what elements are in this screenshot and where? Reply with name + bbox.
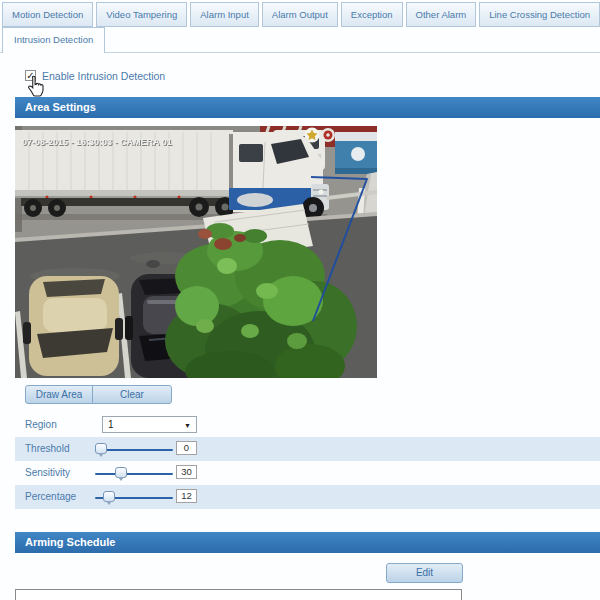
- camera-video-frame[interactable]: 07-08-2015 - 16:30:03 - CAMERA 01: [15, 126, 377, 378]
- draw-area-button[interactable]: Draw Area: [25, 385, 93, 404]
- sensitivity-slider-track: [95, 473, 173, 475]
- percentage-row: Percentage 12: [15, 485, 600, 509]
- edit-button[interactable]: Edit: [386, 563, 463, 583]
- tab-intrusion-detection[interactable]: Intrusion Detection: [2, 27, 105, 53]
- enable-intrusion-label: Enable Intrusion Detection: [42, 70, 165, 82]
- percentage-slider[interactable]: [95, 485, 173, 509]
- tab-motion-detection[interactable]: Motion Detection: [2, 2, 93, 27]
- region-select[interactable]: 1 ▼: [102, 416, 197, 433]
- area-settings-header: Area Settings: [15, 97, 600, 118]
- area-draw-button-group: Draw Area Clear: [25, 385, 172, 404]
- tab-line-crossing-detection[interactable]: Line Crossing Detection: [479, 2, 600, 27]
- sensitivity-slider-handle[interactable]: [115, 467, 127, 478]
- clear-button[interactable]: Clear: [92, 385, 172, 404]
- tab-bar: Motion Detection Video Tampering Alarm I…: [2, 2, 600, 27]
- sensitivity-label: Sensitivity: [25, 467, 70, 478]
- threshold-row: Threshold 0: [15, 437, 600, 461]
- region-label: Region: [25, 419, 57, 430]
- percentage-slider-handle[interactable]: [103, 491, 115, 502]
- tab-alarm-output[interactable]: Alarm Output: [262, 2, 338, 27]
- sensitivity-value-input[interactable]: 30: [176, 465, 197, 479]
- sensitivity-row: Sensitivity 30: [15, 461, 600, 485]
- tab-alarm-input[interactable]: Alarm Input: [190, 2, 259, 27]
- threshold-slider[interactable]: [95, 437, 173, 461]
- region-row: Region 1 ▼: [15, 413, 600, 437]
- hand-cursor-icon: [26, 74, 46, 100]
- tab-other-alarm[interactable]: Other Alarm: [406, 2, 477, 27]
- threshold-slider-handle[interactable]: [95, 443, 107, 454]
- region-select-value: 1: [108, 419, 114, 430]
- sensitivity-slider[interactable]: [95, 461, 173, 485]
- percentage-label: Percentage: [25, 491, 76, 502]
- dropdown-arrow-icon: ▼: [184, 418, 191, 433]
- percentage-value-input[interactable]: 12: [176, 489, 197, 503]
- threshold-label: Threshold: [25, 443, 69, 454]
- arming-schedule-grid: [15, 589, 462, 600]
- arming-schedule-header: Arming Schedule: [15, 532, 600, 553]
- tab-video-tampering[interactable]: Video Tampering: [96, 2, 187, 27]
- tab-exception[interactable]: Exception: [341, 2, 403, 27]
- video-timestamp: 07-08-2015 - 16:30:03 - CAMERA 01: [22, 137, 172, 147]
- threshold-value-input[interactable]: 0: [176, 441, 197, 455]
